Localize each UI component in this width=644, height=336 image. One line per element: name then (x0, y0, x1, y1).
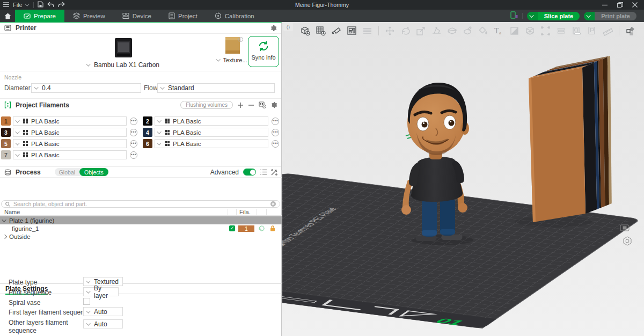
sync-info-button[interactable]: Sync info (248, 36, 279, 67)
parameter-list-icon[interactable] (260, 169, 267, 175)
file-menu-chevron-icon[interactable] (25, 2, 29, 6)
tab-project[interactable]: Project (160, 10, 206, 22)
table-row-figurine[interactable]: figurine_1 ✓ 1 (0, 224, 282, 232)
tab-device[interactable]: Device (114, 10, 160, 22)
filament-color-swatch[interactable]: 6 (143, 139, 152, 148)
filament-slot-2: 2 PLA Basic ••• (143, 116, 279, 126)
remove-filament-button[interactable] (248, 102, 254, 108)
other-layers-sequence-select[interactable]: Auto (83, 319, 123, 328)
flow-select[interactable]: Standard (157, 83, 275, 93)
home-button[interactable] (0, 10, 15, 22)
ams-sync-icon[interactable] (259, 101, 266, 108)
table-row-outside[interactable]: Outside (0, 232, 282, 240)
filament-assignment-badge[interactable]: 1 (238, 225, 254, 232)
filament-select[interactable]: PLA Basic (13, 150, 127, 159)
search-input[interactable] (13, 201, 267, 207)
hamburger-menu-icon[interactable] (3, 2, 9, 8)
filament-label: PLA Basic (31, 118, 59, 125)
printer-settings-gear-icon[interactable] (270, 25, 277, 32)
scope-global[interactable]: Global (55, 169, 79, 176)
filament-options-button[interactable]: ••• (272, 140, 279, 148)
print-sequence-label: Print sequence (9, 289, 52, 296)
lock-icon[interactable] (270, 225, 275, 232)
print-plate-button[interactable]: Print plate (584, 12, 636, 20)
printer-icon (4, 25, 11, 31)
process-scope-toggle[interactable]: Global Objects (55, 168, 108, 176)
filament-slot-7: 7 PLA Basic ••• (1, 150, 137, 159)
spiral-vase-checkbox[interactable] (83, 298, 90, 305)
tab-prepare[interactable]: Prepare (15, 10, 64, 22)
add-filament-button[interactable] (237, 102, 244, 108)
filament-options-button[interactable]: ••• (272, 129, 279, 136)
column-fila: Fila. (239, 209, 251, 215)
filament-settings-gear-icon[interactable] (270, 101, 277, 108)
sync-icon (258, 41, 269, 52)
table-row-plate[interactable]: Plate 1 (figurine) (0, 216, 282, 224)
filaments-section-header: Project Filaments Flushing volumes (0, 99, 282, 111)
flushing-volumes-button[interactable]: Flushing volumes (180, 101, 233, 109)
filament-select[interactable]: PLA Basic (155, 139, 268, 148)
filament-select[interactable]: PLA Basic (155, 116, 268, 126)
filament-options-button[interactable]: ••• (130, 118, 137, 125)
viewport-3d[interactable]: ⟨⟩ Ta (282, 22, 644, 336)
printer-name: Bambu Lab X1 Carbon (94, 61, 159, 69)
info-icon[interactable]: i (238, 36, 243, 43)
flow-label: Flow (144, 84, 157, 92)
plate-texture-select[interactable]: i Texture... (219, 37, 246, 63)
filament-color-swatch[interactable]: 4 (143, 128, 152, 137)
printer-section-header: Printer (0, 23, 281, 34)
filament-spool-icon (23, 152, 28, 157)
process-tune-icon[interactable] (271, 169, 277, 176)
plate-texture-label: Texture... (223, 57, 247, 63)
spiral-vase-label: Spiral vase (9, 299, 40, 306)
filament-spool-icon (165, 130, 170, 135)
redo-icon[interactable] (58, 2, 65, 9)
slice-options-chevron-icon[interactable] (527, 12, 538, 20)
filament-options-button[interactable]: ••• (130, 129, 137, 136)
scope-objects[interactable]: Objects (79, 168, 108, 176)
plate-list-icon[interactable] (510, 11, 518, 21)
filament-color-swatch[interactable]: 3 (1, 128, 11, 137)
save-file-icon[interactable] (38, 1, 43, 9)
filament-options-button[interactable]: ••• (130, 140, 137, 148)
clear-search-icon[interactable] (270, 201, 276, 207)
print-options-chevron-icon[interactable] (584, 12, 595, 20)
minimize-button[interactable] (602, 2, 608, 8)
filament-select[interactable]: PLA Basic (13, 128, 127, 137)
search-bar[interactable] (1, 200, 280, 208)
print-enable-checkbox[interactable]: ✓ (229, 225, 235, 231)
tab-calibration[interactable]: Calibration (206, 10, 263, 22)
filament-color-swatch[interactable]: 1 (1, 116, 11, 126)
paint-indicator-icon[interactable] (259, 225, 265, 232)
file-menu[interactable]: File (13, 2, 23, 8)
filament-color-swatch[interactable]: 2 (143, 116, 152, 126)
advanced-toggle[interactable] (243, 169, 256, 176)
print-sequence-select[interactable]: By layer (83, 287, 119, 296)
filament-label: PLA Basic (31, 129, 59, 136)
filament-select[interactable]: PLA Basic (155, 128, 268, 137)
filament-options-button[interactable]: ••• (130, 151, 137, 159)
undo-icon[interactable] (47, 2, 54, 9)
filament-select[interactable]: PLA Basic (13, 139, 127, 148)
filament-color-swatch[interactable]: 7 (1, 150, 11, 159)
close-button[interactable] (632, 2, 638, 8)
process-section-header: Process Global Objects Advanced (0, 167, 282, 178)
diameter-select[interactable]: 0.4 (31, 83, 141, 93)
printer-select[interactable]: Bambu Lab X1 Carbon (80, 37, 166, 69)
divider (522, 13, 523, 19)
first-layer-sequence-select[interactable]: Auto (83, 307, 123, 316)
object-table-header: Name Fila. (0, 209, 282, 216)
scene-canvas[interactable]: 01 Bambu Textured PEI Plate (282, 22, 644, 336)
filament-slot-3: 3 PLA Basic ••• (1, 128, 137, 137)
column-name: Name (4, 209, 20, 215)
filament-spool-icon (23, 119, 28, 123)
filament-spool-icon (165, 119, 170, 123)
maximize-button[interactable] (617, 2, 623, 8)
slice-plate-button[interactable]: Slice plate (527, 12, 580, 20)
filament-select[interactable]: PLA Basic (13, 116, 127, 126)
multicolor-box-model[interactable] (515, 56, 612, 228)
filament-section-icon (4, 101, 11, 108)
tab-preview[interactable]: Preview (64, 10, 114, 22)
filament-color-swatch[interactable]: 5 (1, 139, 11, 148)
filament-options-button[interactable]: ••• (272, 118, 279, 125)
